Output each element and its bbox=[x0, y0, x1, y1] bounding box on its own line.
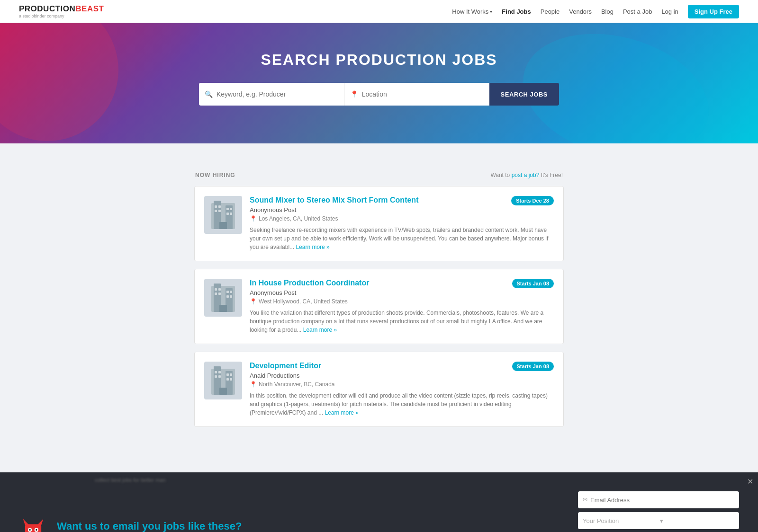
job-info: In House Production Coordinator Anonymou… bbox=[250, 279, 554, 334]
job-description: Seeking freelance re-recording mixers wi… bbox=[250, 226, 554, 251]
logo-tagline: a studiobinder company bbox=[19, 14, 64, 18]
job-info: Development Editor Anaid Productions 📍 N… bbox=[250, 362, 554, 417]
location-input-wrap: 📍 bbox=[344, 83, 489, 106]
svg-rect-32 bbox=[230, 373, 232, 376]
location-pin-icon: 📍 bbox=[250, 298, 257, 305]
position-select[interactable]: Your Position ▾ bbox=[578, 512, 739, 529]
keyword-input[interactable] bbox=[217, 90, 338, 98]
location-pin-icon: 📍 bbox=[350, 90, 358, 98]
svg-rect-6 bbox=[218, 210, 221, 212]
email-icon: ✉ bbox=[583, 497, 587, 503]
nav-find-jobs[interactable]: Find Jobs bbox=[502, 8, 531, 15]
svg-rect-16 bbox=[218, 288, 221, 291]
search-jobs-button[interactable]: SEARCH JOBS bbox=[489, 83, 559, 106]
now-hiring-label: NOW HIRING bbox=[195, 172, 235, 178]
learn-more-link[interactable]: Learn more » bbox=[303, 327, 337, 333]
nav-blog[interactable]: Blog bbox=[601, 8, 614, 15]
nav-post-job[interactable]: Post a Job bbox=[623, 8, 652, 15]
hero-title: SEARCH PRODUCTION JOBS bbox=[9, 51, 749, 69]
email-input[interactable] bbox=[590, 497, 734, 504]
logo-production: PRODUCTION bbox=[19, 4, 75, 13]
svg-rect-28 bbox=[218, 371, 221, 373]
job-logo bbox=[204, 279, 242, 317]
learn-more-link[interactable]: Learn more » bbox=[296, 244, 329, 250]
position-placeholder: Your Position bbox=[583, 517, 657, 524]
nav-how-it-works[interactable]: How It Works ▾ bbox=[452, 8, 492, 15]
chevron-down-icon: ▾ bbox=[490, 9, 492, 14]
logo-beast: BEAST bbox=[75, 4, 104, 13]
svg-rect-7 bbox=[226, 208, 229, 210]
location-pin-icon: 📍 bbox=[250, 215, 257, 222]
job-location: 📍 North Vancouver, BC, Canada bbox=[250, 381, 554, 388]
svg-rect-11 bbox=[219, 222, 227, 229]
job-description: You like the variation that different ty… bbox=[250, 309, 554, 334]
job-company: Anonymous Post bbox=[250, 206, 554, 213]
start-badge: Starts Jan 08 bbox=[512, 279, 554, 288]
svg-rect-17 bbox=[215, 293, 217, 295]
job-info: Sound Mixer to Stereo Mix Short Form Con… bbox=[250, 196, 554, 251]
nav-signup-button[interactable]: Sign Up Free bbox=[688, 5, 739, 18]
svg-rect-9 bbox=[226, 213, 229, 215]
svg-rect-34 bbox=[230, 378, 232, 381]
now-hiring-bar: NOW HIRING Want to post a job? It's Free… bbox=[194, 172, 564, 178]
nav-people[interactable]: People bbox=[541, 8, 559, 15]
learn-more-link[interactable]: Learn more » bbox=[325, 409, 359, 416]
job-company: Anonymous Post bbox=[250, 289, 554, 296]
svg-rect-10 bbox=[230, 213, 232, 215]
start-badge: Starts Jan 08 bbox=[512, 362, 554, 371]
svg-marker-37 bbox=[37, 519, 44, 525]
email-input-wrap: ✉ bbox=[578, 491, 739, 508]
svg-rect-33 bbox=[226, 378, 229, 381]
svg-rect-19 bbox=[226, 291, 229, 293]
svg-rect-38 bbox=[25, 524, 41, 532]
svg-rect-30 bbox=[218, 375, 221, 378]
blurred-overlay: collect best jobs for better man bbox=[95, 477, 568, 483]
job-description: In this position, the development editor… bbox=[250, 391, 554, 417]
job-logo bbox=[204, 362, 242, 399]
footer-cta-left: Want us to email you jobs like these? Si… bbox=[19, 517, 242, 532]
svg-rect-31 bbox=[226, 373, 229, 376]
svg-rect-5 bbox=[215, 210, 217, 212]
footer-cta-section: collect best jobs for better man Want us… bbox=[0, 472, 758, 532]
navbar: PRODUCTIONBEAST a studiobinder company H… bbox=[0, 0, 758, 23]
svg-rect-22 bbox=[230, 295, 232, 298]
job-title[interactable]: In House Production Coordinator bbox=[250, 279, 554, 287]
svg-rect-15 bbox=[215, 288, 217, 291]
svg-rect-20 bbox=[230, 291, 232, 293]
nav-links: How It Works ▾ Find Jobs People Vendors … bbox=[452, 5, 739, 18]
hero-section: SEARCH PRODUCTION JOBS 🔍 📍 SEARCH JOBS bbox=[0, 23, 758, 143]
brand-logo: PRODUCTIONBEAST a studiobinder company bbox=[19, 4, 104, 18]
job-card: In House Production Coordinator Anonymou… bbox=[194, 269, 564, 344]
svg-rect-27 bbox=[215, 371, 217, 373]
close-button[interactable]: ✕ bbox=[747, 477, 753, 486]
post-job-cta: Want to post a job? It's Free! bbox=[490, 172, 563, 178]
svg-rect-21 bbox=[226, 295, 229, 298]
nav-vendors[interactable]: Vendors bbox=[569, 8, 592, 15]
nav-login[interactable]: Log in bbox=[661, 8, 678, 15]
footer-form: ✉ Your Position ▾ 📍 Location ▾ Send me j… bbox=[578, 491, 739, 532]
svg-rect-35 bbox=[219, 388, 227, 395]
job-title[interactable]: Sound Mixer to Stereo Mix Short Form Con… bbox=[250, 196, 554, 204]
job-title[interactable]: Development Editor bbox=[250, 362, 554, 370]
job-card: Development Editor Anaid Productions 📍 N… bbox=[194, 352, 564, 427]
search-bar: 🔍 📍 SEARCH JOBS bbox=[199, 83, 559, 106]
svg-rect-29 bbox=[215, 375, 217, 378]
footer-cta-heading: Want us to email you jobs like these? bbox=[57, 520, 242, 532]
post-job-link[interactable]: post a job? bbox=[512, 172, 540, 178]
svg-rect-3 bbox=[215, 205, 217, 208]
svg-rect-8 bbox=[230, 208, 232, 210]
job-company: Anaid Productions bbox=[250, 372, 554, 379]
svg-rect-18 bbox=[218, 293, 221, 295]
start-badge: Starts Dec 28 bbox=[511, 196, 554, 205]
job-location: 📍 West Hollywood, CA, United States bbox=[250, 298, 554, 305]
jobs-content: NOW HIRING Want to post a job? It's Free… bbox=[194, 158, 564, 453]
footer-cta-text: Want us to email you jobs like these? Si… bbox=[57, 520, 242, 532]
svg-marker-36 bbox=[23, 519, 29, 525]
keyword-input-wrap: 🔍 bbox=[199, 83, 344, 106]
search-icon: 🔍 bbox=[205, 90, 213, 98]
beast-mascot-icon bbox=[19, 517, 47, 532]
location-pin-icon: 📍 bbox=[250, 381, 257, 388]
chevron-down-icon: ▾ bbox=[660, 517, 734, 524]
job-location: 📍 Los Angeles, CA, United States bbox=[250, 215, 554, 222]
location-input[interactable] bbox=[362, 90, 484, 98]
